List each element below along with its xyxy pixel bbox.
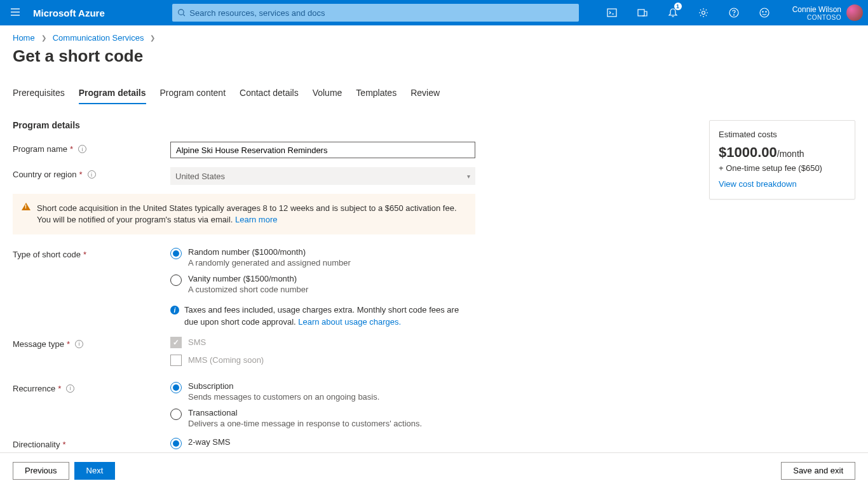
acquisition-warning: Short code acquisition in the United Sta… bbox=[13, 194, 475, 234]
tab-program-content[interactable]: Program content bbox=[160, 88, 226, 104]
cost-breakdown-link[interactable]: View cost breakdown bbox=[719, 179, 797, 189]
tab-contact-details[interactable]: Contact details bbox=[240, 88, 299, 104]
chevron-right-icon: ❯ bbox=[150, 34, 155, 41]
svg-rect-5 bbox=[607, 9, 616, 17]
cost-title: Estimated costs bbox=[719, 130, 846, 139]
account-user: Connie Wilson bbox=[792, 5, 841, 14]
notification-badge: 1 bbox=[674, 3, 682, 10]
usage-charges-link[interactable]: Learn about usage charges. bbox=[298, 317, 401, 327]
account-tenant: CONTOSO bbox=[792, 14, 841, 21]
svg-point-3 bbox=[178, 10, 183, 15]
avatar bbox=[846, 4, 863, 21]
info-icon[interactable]: i bbox=[75, 340, 83, 348]
program-name-input[interactable] bbox=[170, 142, 475, 158]
tab-review[interactable]: Review bbox=[410, 88, 440, 104]
svg-point-9 bbox=[702, 11, 705, 15]
country-label: Country or region bbox=[13, 170, 76, 179]
breadcrumb-communication-services[interactable]: Communication Services bbox=[53, 33, 144, 43]
svg-point-14 bbox=[766, 11, 766, 12]
directionality-label: Directionality bbox=[13, 440, 60, 449]
help-icon[interactable] bbox=[719, 0, 749, 25]
page-title: Get a short code bbox=[13, 46, 855, 66]
tab-volume[interactable]: Volume bbox=[313, 88, 342, 104]
checkbox-mms: MMS (Coming soon) bbox=[170, 355, 475, 366]
learn-more-link[interactable]: Learn more bbox=[235, 215, 277, 224]
tab-program-details[interactable]: Program details bbox=[79, 88, 146, 104]
section-heading: Program details bbox=[13, 120, 483, 130]
cloud-shell-icon[interactable] bbox=[597, 0, 627, 25]
search-icon bbox=[177, 8, 186, 17]
svg-point-11 bbox=[733, 15, 734, 15]
svg-rect-7 bbox=[638, 10, 644, 16]
country-dropdown: United States ▾ bbox=[170, 167, 475, 185]
chevron-right-icon: ❯ bbox=[41, 34, 46, 41]
program-name-label: Program name bbox=[13, 144, 67, 154]
feedback-icon[interactable] bbox=[749, 0, 780, 25]
tab-bar: Prerequisites Program details Program co… bbox=[13, 88, 855, 105]
radio-vanity-number[interactable]: Vanity number ($1500/month) A customized… bbox=[170, 274, 475, 294]
notifications-icon[interactable]: 1 bbox=[658, 0, 688, 25]
message-type-label: Message type bbox=[13, 339, 64, 349]
chevron-down-icon: ▾ bbox=[467, 173, 470, 180]
svg-point-12 bbox=[760, 8, 769, 17]
breadcrumb: Home ❯ Communication Services ❯ bbox=[13, 33, 855, 43]
search-input[interactable] bbox=[189, 8, 573, 18]
tax-note: i Taxes and fees included, usage charges… bbox=[170, 304, 463, 327]
hamburger-menu[interactable] bbox=[0, 7, 31, 19]
svg-point-13 bbox=[763, 11, 763, 12]
settings-icon[interactable] bbox=[688, 0, 719, 25]
brand-label: Microsoft Azure bbox=[31, 8, 111, 18]
radio-transactional[interactable]: Transactional Delivers a one-time messag… bbox=[170, 408, 475, 428]
info-icon[interactable]: i bbox=[78, 145, 86, 153]
radio-two-way-sms[interactable]: 2-way SMS bbox=[170, 437, 475, 449]
warning-icon bbox=[22, 203, 31, 210]
directory-filter-icon[interactable] bbox=[627, 0, 658, 25]
account-menu[interactable]: Connie Wilson CONTOSO bbox=[780, 4, 868, 21]
info-icon[interactable]: i bbox=[88, 170, 96, 179]
radio-subscription[interactable]: Subscription Sends messages to customers… bbox=[170, 381, 475, 402]
info-icon[interactable]: i bbox=[66, 384, 74, 393]
cost-amount: $1000.00 bbox=[719, 144, 777, 160]
tab-prerequisites[interactable]: Prerequisites bbox=[13, 88, 65, 104]
recurrence-label: Recurrence bbox=[13, 384, 55, 393]
tab-templates[interactable]: Templates bbox=[356, 88, 397, 104]
checkbox-sms: SMS bbox=[170, 337, 475, 348]
breadcrumb-home[interactable]: Home bbox=[13, 33, 35, 43]
radio-random-number[interactable]: Random number ($1000/month) A randomly g… bbox=[170, 247, 475, 268]
info-icon: i bbox=[170, 306, 179, 315]
estimated-costs-card: Estimated costs $1000.00/month + One-tim… bbox=[709, 120, 855, 200]
search-box[interactable] bbox=[172, 4, 579, 22]
svg-line-4 bbox=[183, 15, 185, 17]
cost-setup-fee: + One-time setup fee ($650) bbox=[719, 163, 846, 173]
type-label: Type of short code bbox=[13, 250, 81, 259]
